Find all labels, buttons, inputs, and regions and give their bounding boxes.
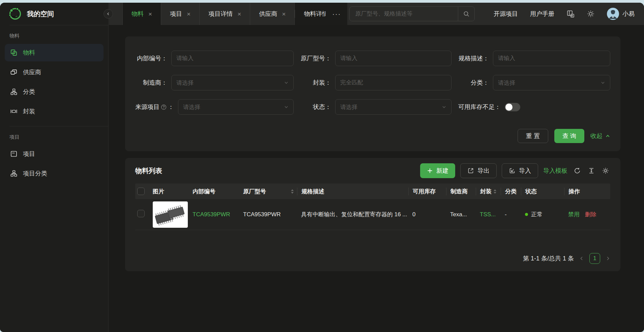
button-label: 导出 xyxy=(477,167,490,175)
next-page-icon[interactable] xyxy=(606,256,610,261)
field-label: 内部编号： xyxy=(135,54,167,62)
import-button[interactable]: 导入 xyxy=(502,163,538,178)
materials-icon xyxy=(10,49,18,56)
chevron-down-icon xyxy=(284,80,289,85)
sidebar-item-packages[interactable]: 封装 xyxy=(5,103,104,120)
sidebar-item-projects[interactable]: 项目 xyxy=(5,145,104,163)
sidebar-item-materials[interactable]: 物料 xyxy=(5,44,104,61)
field-package: 封装： xyxy=(299,75,451,90)
package-icon xyxy=(10,108,18,115)
import-template-link[interactable]: 导入模板 xyxy=(543,167,567,175)
close-icon[interactable]: × xyxy=(237,11,241,17)
collapse-label: 收起 xyxy=(590,132,603,140)
field-label: 状态： xyxy=(299,103,331,111)
export-button[interactable]: 导出 xyxy=(460,163,497,178)
search-icon[interactable] xyxy=(458,10,474,17)
language-icon[interactable] xyxy=(566,10,575,18)
collapse-filter-link[interactable]: 收起 xyxy=(590,132,610,140)
product-image[interactable] xyxy=(153,201,188,228)
app-title: 我的空间 xyxy=(27,9,54,19)
tab-overflow-area: 物料详情 ··· xyxy=(295,3,347,25)
source-project-select[interactable]: 请选择 xyxy=(178,99,294,115)
row-checkbox[interactable] xyxy=(137,210,145,217)
field-mpn: 原厂型号： xyxy=(299,51,451,66)
sidebar-item-categories[interactable]: 分类 xyxy=(5,83,104,101)
tab-suppliers[interactable]: 供应商 × xyxy=(250,3,295,25)
filter-row-3: 来源项目 ： 请选择 状态： xyxy=(135,99,610,115)
tab-materials[interactable]: 物料 × xyxy=(122,3,161,25)
sidebar-item-label: 封装 xyxy=(23,107,35,115)
supplier-icon xyxy=(10,68,18,76)
sidebar-item-label: 分类 xyxy=(23,88,35,96)
table-header: 图片 内部编号 原厂型号 规格描述 可用库存 制造商 封装 分类 状态 操作 xyxy=(135,184,610,199)
list-toolbar: 新建 导出 xyxy=(420,163,610,178)
more-tabs-button[interactable]: ··· xyxy=(326,10,347,18)
field-label: 制造商： xyxy=(135,79,167,87)
sidebar-item-suppliers[interactable]: 供应商 xyxy=(5,63,104,81)
sidebar-item-project-categories[interactable]: 项目分类 xyxy=(5,165,104,182)
filter-row-1: 内部编号： 原厂型号： 规格描述： xyxy=(135,51,610,66)
gear-icon[interactable] xyxy=(601,167,610,174)
sidebar-collapse-button[interactable] xyxy=(104,9,113,19)
close-icon[interactable]: × xyxy=(187,11,191,17)
filter-panel: 内部编号： 原厂型号： 规格描述： 制造商： 请选择 xyxy=(125,36,620,151)
col-package: 封装 xyxy=(476,188,501,195)
theme-toggle-icon[interactable] xyxy=(587,10,595,18)
button-label: 导入 xyxy=(519,167,531,175)
category-icon xyxy=(10,88,18,95)
header-checkbox-cell xyxy=(135,188,153,195)
disable-action[interactable]: 禁用 xyxy=(568,211,580,218)
spec-input[interactable] xyxy=(493,51,610,66)
mpn-input[interactable] xyxy=(335,51,451,66)
user-menu[interactable]: 小易 xyxy=(607,8,635,20)
field-label: 封装： xyxy=(299,79,331,87)
tab-material-details[interactable]: 物料详情 xyxy=(295,10,326,18)
user-manual-link[interactable]: 用户手册 xyxy=(530,10,554,18)
status-dot xyxy=(525,213,528,216)
row-checkbox-cell xyxy=(135,210,153,219)
field-source-project: 来源项目 ： 请选择 xyxy=(135,99,294,115)
manufacturer-select[interactable]: 请选择 xyxy=(171,75,294,90)
tab-label: 项目 xyxy=(170,10,182,18)
close-icon[interactable]: × xyxy=(148,11,152,17)
field-label: 可用库存不足： xyxy=(457,103,501,111)
query-button[interactable]: 查 询 xyxy=(554,129,584,143)
row-actions: 禁用 删除 xyxy=(564,211,610,218)
search-input[interactable] xyxy=(350,10,458,17)
row-package-link[interactable]: TSS... xyxy=(476,211,501,218)
material-list-panel: 物料列表 新建 xyxy=(125,158,620,271)
reset-button[interactable]: 重 置 xyxy=(518,129,548,143)
select-all-checkbox[interactable] xyxy=(137,188,145,195)
internal-no-input[interactable] xyxy=(171,51,294,66)
close-icon[interactable]: × xyxy=(282,11,286,17)
sort-icon[interactable] xyxy=(494,189,496,194)
package-input[interactable] xyxy=(335,75,451,90)
select-placeholder: 请选择 xyxy=(340,103,442,111)
col-manufacturer: 制造商 xyxy=(446,188,476,195)
sort-icon[interactable] xyxy=(291,189,294,194)
category-select[interactable]: 请选择 xyxy=(493,75,610,90)
plus-icon xyxy=(427,168,433,174)
prev-page-icon[interactable] xyxy=(579,256,584,261)
open-source-link[interactable]: 开源项目 xyxy=(494,10,518,18)
global-search xyxy=(349,6,475,21)
app-window: 我的空间 物料 物料 供应商 xyxy=(0,3,644,332)
new-button[interactable]: 新建 xyxy=(420,163,455,178)
page-number[interactable]: 1 xyxy=(589,253,600,264)
row-internal-no-link[interactable]: TCA9539PWR xyxy=(193,211,243,218)
help-icon[interactable] xyxy=(161,104,167,110)
field-manufacturer: 制造商： 请选择 xyxy=(135,75,294,90)
filter-actions: 重 置 查 询 收起 xyxy=(135,129,610,143)
status-select[interactable]: 请选择 xyxy=(335,99,451,115)
delete-action[interactable]: 删除 xyxy=(585,211,596,218)
tab-projects[interactable]: 项目 × xyxy=(161,3,200,25)
col-status: 状态 xyxy=(521,188,564,195)
refresh-icon[interactable] xyxy=(573,167,582,174)
row-image-cell xyxy=(153,201,193,228)
low-stock-toggle[interactable] xyxy=(505,103,520,111)
tab-project-details[interactable]: 项目详情 × xyxy=(200,3,250,25)
col-mpn: 原厂型号 xyxy=(243,188,297,195)
button-label: 新建 xyxy=(436,167,448,175)
row-height-icon[interactable] xyxy=(587,167,596,174)
topbar-right: 开源项目 用户手册 xyxy=(494,8,644,20)
